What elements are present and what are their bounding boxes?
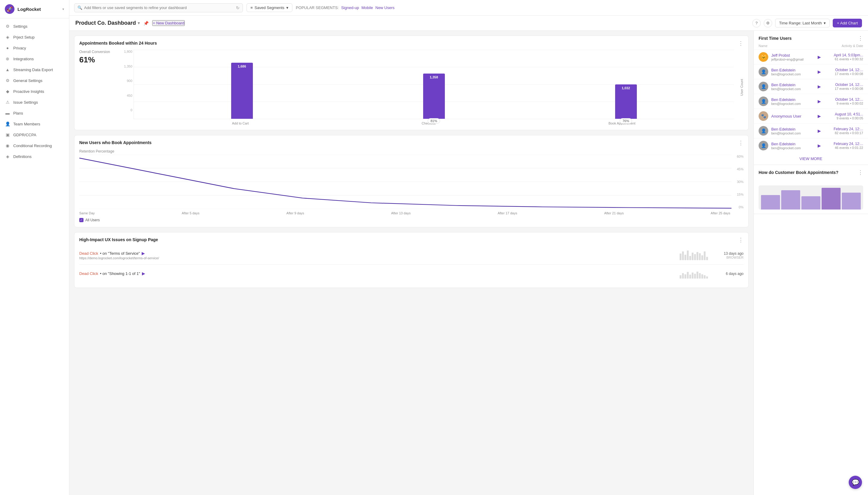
- pin-icon[interactable]: 📌: [143, 21, 149, 25]
- saved-segments-button[interactable]: ≡ Saved Segments ▾: [246, 3, 292, 12]
- user-play-0[interactable]: ▶: [818, 54, 821, 59]
- sidebar-label-general-settings: General Settings: [13, 79, 42, 83]
- sidebar-item-settings[interactable]: ⚙ Settings: [0, 21, 69, 32]
- issue-play-2[interactable]: ▶: [142, 271, 145, 276]
- time-range-button[interactable]: Time Range: Last Month ▾: [775, 19, 830, 28]
- sidebar-label-project-setup: Prject Setup: [13, 35, 35, 39]
- user-play-5[interactable]: ▶: [818, 129, 821, 133]
- user-play-1[interactable]: ▶: [818, 69, 821, 74]
- sidebar-icon-team-members: 👤: [5, 121, 10, 126]
- mini-bar: [696, 252, 698, 260]
- issue-meta-1: 13 days ago BROWSER: [719, 252, 744, 259]
- issue-play-1[interactable]: ▶: [142, 251, 145, 256]
- popular-link-mobile[interactable]: Mobile: [361, 5, 373, 10]
- user-name-3[interactable]: Ben Edelstein: [771, 97, 815, 102]
- help-icon[interactable]: ?: [752, 19, 761, 28]
- bar-value-checkout: 1,358: [430, 75, 438, 79]
- sidebar-icon-gdpr-ccpa: ▣: [5, 132, 10, 137]
- app-chevron-icon[interactable]: ▾: [63, 7, 64, 11]
- issue-time-1: 13 days ago: [719, 252, 744, 256]
- x-axis-labels: Same Day After 5 days After 9 days After…: [79, 211, 744, 215]
- dashboard-chevron-icon[interactable]: ▾: [138, 21, 140, 25]
- bar-conversion-checkout: 81%: [428, 118, 440, 124]
- retention-chart-card: New Users who Book Appointments ⋮ Retent…: [74, 135, 749, 227]
- user-events-6: 46 events • 0:01:22: [824, 146, 863, 150]
- all-users-checkbox[interactable]: ✓: [79, 218, 84, 222]
- sidebar-label-definitions: Definitions: [13, 154, 32, 159]
- dashboard-header: Product Co. Dashboard ▾ 📌 + New Dashboar…: [69, 16, 868, 31]
- search-input[interactable]: [84, 5, 234, 10]
- mini-bar: [680, 254, 681, 260]
- user-email-6: ben@logrocket.com: [771, 146, 815, 150]
- user-name-2[interactable]: Ben Edelstein: [771, 83, 815, 87]
- user-name-4[interactable]: Anonymous User: [771, 114, 815, 118]
- sidebar-label-plans: Plans: [13, 111, 23, 116]
- user-avatar-3: 👤: [759, 97, 768, 106]
- user-play-2[interactable]: ▶: [818, 84, 821, 89]
- popular-link-newusers[interactable]: New Users: [376, 5, 395, 10]
- popular-link-signedup[interactable]: Signed-up: [341, 5, 359, 10]
- new-dashboard-button[interactable]: + New Dashboard: [152, 20, 185, 26]
- y-axis-900: 900: [121, 79, 132, 83]
- book-appointments-menu[interactable]: ⋮: [858, 169, 863, 176]
- user-info-5: Ben Edelstein ben@logrocket.com: [771, 127, 815, 135]
- sidebar-item-project-setup[interactable]: ◈ Prject Setup: [0, 32, 69, 42]
- x-17-days: After 17 days: [498, 211, 517, 215]
- user-list-header: Name Activity & Date: [754, 44, 868, 49]
- sidebar-item-issue-settings[interactable]: ⚠ Issue Settings: [0, 97, 69, 108]
- retention-chart-title: New Users who Book Appointments: [79, 140, 152, 145]
- y-axis-0: 0: [121, 108, 132, 112]
- sidebar-item-conditional-recording[interactable]: ◉ Conditional Recording: [0, 140, 69, 151]
- sidebar-item-general-settings[interactable]: ⚙ General Settings: [0, 75, 69, 86]
- sidebar-item-streaming-data-export[interactable]: ▲ Streaming Data Export: [0, 64, 69, 75]
- sidebar-item-gdpr-ccpa[interactable]: ▣ GDPR/CCPA: [0, 129, 69, 140]
- user-name-0[interactable]: Jeff Probst: [771, 53, 815, 57]
- mini-bar: [706, 257, 708, 260]
- sidebar-item-proactive-insights[interactable]: ◆ Proactive Insights: [0, 86, 69, 97]
- issue-url-1: https://demo.logrocket.com/logrocket/ter…: [79, 256, 676, 260]
- funnel-chart-title: Appointments Booked within 24 Hours: [79, 41, 157, 46]
- saved-segments-chevron: ▾: [286, 5, 289, 10]
- user-info-2: Ben Edelstein ben@logrocket.com: [771, 83, 815, 91]
- funnel-chart-menu[interactable]: ⋮: [738, 41, 744, 46]
- settings-gear-icon[interactable]: ⚙: [764, 19, 772, 28]
- user-name-5[interactable]: Ben Edelstein: [771, 127, 815, 132]
- retention-chart-menu[interactable]: ⋮: [738, 140, 744, 146]
- user-name-1[interactable]: Ben Edelstein: [771, 68, 815, 72]
- issue-time-2: 6 days ago: [719, 272, 744, 276]
- user-events-4: 9 events • 0:00:05: [824, 116, 863, 120]
- sidebar-label-team-members: Team Members: [13, 122, 40, 126]
- sidebar-item-definitions[interactable]: ◈ Definitions: [0, 151, 69, 162]
- user-play-4[interactable]: ▶: [818, 114, 821, 118]
- user-email-5: ben@logrocket.com: [771, 132, 815, 135]
- add-chart-button[interactable]: + Add Chart: [833, 19, 862, 28]
- sidebar-label-gdpr-ccpa: GDPR/CCPA: [13, 133, 36, 137]
- refresh-icon[interactable]: ↻: [236, 5, 240, 10]
- user-play-6[interactable]: ▶: [818, 143, 821, 148]
- mini-bar: [687, 272, 689, 278]
- first-time-users-menu[interactable]: ⋮: [858, 35, 863, 41]
- sidebar-item-integrations[interactable]: ⊕ Integrations: [0, 53, 69, 64]
- view-more-button[interactable]: VIEW MORE: [800, 156, 822, 161]
- book-panel: [754, 178, 868, 214]
- sidebar-label-conditional-recording: Conditional Recording: [13, 143, 52, 148]
- sidebar-item-team-members[interactable]: 👤 Team Members: [0, 118, 69, 129]
- mini-bar: [704, 275, 706, 278]
- issues-card-title: High-Impact UX Issues on Signup Page: [79, 237, 158, 242]
- user-row-2: 👤 Ben Edelstein ben@logrocket.com ▶ Octo…: [754, 79, 868, 94]
- conversion-label: Overall Conversion: [79, 50, 116, 54]
- mini-bar: [684, 274, 686, 278]
- user-play-3[interactable]: ▶: [818, 99, 821, 104]
- conversion-value: 61%: [79, 55, 116, 65]
- chat-button[interactable]: 💬: [849, 476, 862, 489]
- y-axis-1800: 1,800: [121, 50, 132, 53]
- sidebar-item-plans[interactable]: ▬ Plans: [0, 108, 69, 118]
- search-bar[interactable]: 🔍 ↻: [74, 3, 243, 12]
- new-dashboard-label: + New Dashboard: [153, 21, 184, 25]
- mini-bar: [706, 276, 708, 278]
- sidebar-nav: ⚙ Settings ◈ Prject Setup ● Privacy ⊕ In…: [0, 18, 69, 164]
- sidebar-item-privacy[interactable]: ● Privacy: [0, 42, 69, 53]
- issues-card-menu[interactable]: ⋮: [738, 237, 744, 243]
- y-right-0: 0%: [732, 205, 744, 209]
- user-name-6[interactable]: Ben Edelstein: [771, 142, 815, 146]
